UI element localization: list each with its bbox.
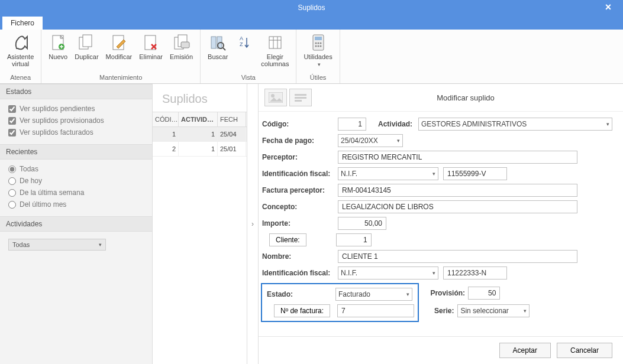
duplicar-button[interactable]: Duplicar	[71, 32, 102, 61]
input-provision[interactable]	[468, 287, 500, 300]
close-button[interactable]: ×	[599, 0, 617, 15]
select-estado[interactable]: Facturado▾	[335, 288, 412, 301]
rad-todas[interactable]: Todas	[8, 163, 146, 175]
label-codigo: Código:	[261, 120, 338, 128]
label-concepto: Concepto:	[261, 203, 338, 211]
elegir-columnas-button[interactable]: Elegir columnas	[257, 32, 292, 69]
ribbon-group-vista: Buscar AZ Elegir columnas Vista	[201, 30, 296, 83]
input-codigo[interactable]	[338, 118, 366, 131]
splitter[interactable]: ›	[247, 84, 258, 364]
aceptar-button[interactable]: Aceptar	[499, 343, 551, 358]
modificar-button[interactable]: Modificar	[102, 32, 136, 61]
svg-rect-15	[269, 37, 281, 48]
grid: CÓDI… ACTIVID… FECH 1 1 25/04 2 1 25/01	[153, 112, 247, 157]
tab-fichero[interactable]: Fichero	[2, 16, 43, 30]
col-actividad[interactable]: ACTIVID…	[179, 112, 218, 126]
utilidades-button[interactable]: Utilidades▾	[300, 32, 335, 69]
duplicate-icon	[77, 33, 96, 52]
input-idfiscal-num[interactable]	[443, 167, 507, 180]
ribbon-group-mantenimiento: Nuevo Duplicar Modificar Eliminar	[41, 30, 201, 83]
label-facturaperceptor: Factura perceptor:	[261, 186, 338, 194]
tab-strip: Fichero	[0, 15, 623, 30]
chk-facturados[interactable]: Ver suplidos facturados	[8, 126, 146, 138]
svg-point-25	[317, 46, 319, 47]
thumbnail-list-icon[interactable]	[289, 89, 312, 106]
label-perceptor: Perceptor:	[261, 153, 338, 161]
calculator-icon	[309, 33, 328, 52]
asistente-virtual-button[interactable]: Asistente virtual	[4, 32, 37, 69]
estado-highlight-box: Estado: Facturado▾ Nº de factura:	[261, 283, 419, 322]
nfactura-button[interactable]: Nº de factura:	[274, 304, 330, 317]
actividades-header: Actividades	[0, 216, 152, 232]
form-body: Código: Actividad: GESTORES ADMINISTRATI…	[259, 112, 623, 336]
rad-mes[interactable]: Del último mes	[8, 199, 146, 210]
chk-pendientes[interactable]: Ver suplidos pendientes	[8, 103, 146, 115]
svg-rect-30	[295, 97, 306, 99]
chevron-right-icon: ›	[251, 220, 254, 228]
input-concepto[interactable]	[338, 200, 577, 213]
chevron-down-icon: ▾	[524, 308, 527, 314]
group-label-mantenimiento: Mantenimiento	[99, 73, 142, 82]
label-provision: Provisión:	[429, 289, 468, 297]
cancelar-button[interactable]: Cancelar	[557, 343, 612, 358]
input-facturaperceptor[interactable]	[338, 184, 577, 197]
input-cliente[interactable]	[336, 233, 372, 246]
select-serie[interactable]: Sin seleccionar▾	[457, 304, 530, 317]
svg-rect-8	[181, 42, 189, 48]
chevron-down-icon: ▾	[432, 270, 435, 276]
nuevo-button[interactable]: Nuevo	[45, 32, 71, 61]
estados-header: Estados	[0, 84, 152, 99]
label-nombre: Nombre:	[261, 252, 338, 261]
col-fecha[interactable]: FECH	[218, 112, 246, 126]
eliminar-button[interactable]: Eliminar	[135, 32, 166, 61]
svg-point-28	[271, 94, 275, 98]
actividades-combo[interactable]: Todas ▾	[8, 239, 106, 251]
chk-provisionados[interactable]: Ver suplidos provisionados	[8, 115, 146, 126]
cliente-button[interactable]: Cliente:	[269, 233, 306, 246]
left-panel: Estados Ver suplidos pendientes Ver supl…	[0, 84, 153, 364]
input-nombre[interactable]	[338, 250, 577, 263]
chevron-down-icon: ▾	[397, 138, 400, 144]
group-label-vista: Vista	[241, 73, 256, 82]
input-perceptor[interactable]	[338, 151, 577, 164]
alpha-icon	[11, 33, 30, 52]
rad-semana[interactable]: De la última semana	[8, 187, 146, 199]
svg-line-12	[223, 48, 225, 50]
input-importe[interactable]	[338, 217, 386, 230]
select-actividad[interactable]: GESTORES ADMINISTRATIVOS▾	[418, 118, 612, 131]
svg-rect-3	[83, 35, 92, 47]
col-codigo[interactable]: CÓDI…	[153, 112, 179, 126]
chevron-down-icon: ▾	[432, 171, 435, 177]
select-cliente-idfiscal-type[interactable]: N.I.F.▾	[338, 266, 438, 280]
svg-point-23	[319, 43, 321, 44]
table-row[interactable]: 2 1 25/01	[153, 142, 247, 157]
search-icon	[208, 33, 227, 52]
emision-button[interactable]: Emisión	[166, 32, 196, 61]
sort-button[interactable]: AZ	[231, 32, 257, 54]
main-area: Estados Ver suplidos pendientes Ver supl…	[0, 84, 623, 364]
table-row[interactable]: 1 1 25/04	[153, 127, 247, 142]
label-estado: Estado:	[266, 290, 335, 298]
chevron-down-icon: ▾	[606, 121, 609, 127]
svg-point-26	[319, 46, 321, 47]
svg-rect-20	[315, 37, 322, 40]
group-label-atenea: Atenea	[10, 73, 31, 82]
form-header: Modificar suplido	[259, 84, 623, 112]
asistente-label: Asistente virtual	[7, 53, 34, 67]
thumbnail-image-icon[interactable]	[264, 89, 287, 106]
input-nfactura[interactable]	[337, 304, 414, 317]
buscar-button[interactable]: Buscar	[204, 32, 231, 61]
ribbon-group-utiles: Utilidades▾ Útiles	[296, 30, 340, 83]
input-cliente-idfiscal-num[interactable]	[443, 266, 507, 280]
svg-text:Z: Z	[240, 41, 243, 47]
svg-rect-31	[295, 100, 302, 102]
svg-point-24	[315, 46, 317, 47]
title-bar: Suplidos ×	[0, 0, 623, 15]
new-document-icon	[49, 33, 67, 52]
select-idfiscal-type[interactable]: N.I.F.▾	[338, 167, 438, 180]
label-idfiscal: Identificación fiscal:	[261, 170, 338, 178]
group-label-utiles: Útiles	[310, 73, 327, 82]
rad-hoy[interactable]: De hoy	[8, 175, 146, 187]
form-footer: Aceptar Cancelar	[259, 336, 623, 364]
input-fechapago[interactable]: 25/04/20XX▾	[338, 134, 403, 147]
